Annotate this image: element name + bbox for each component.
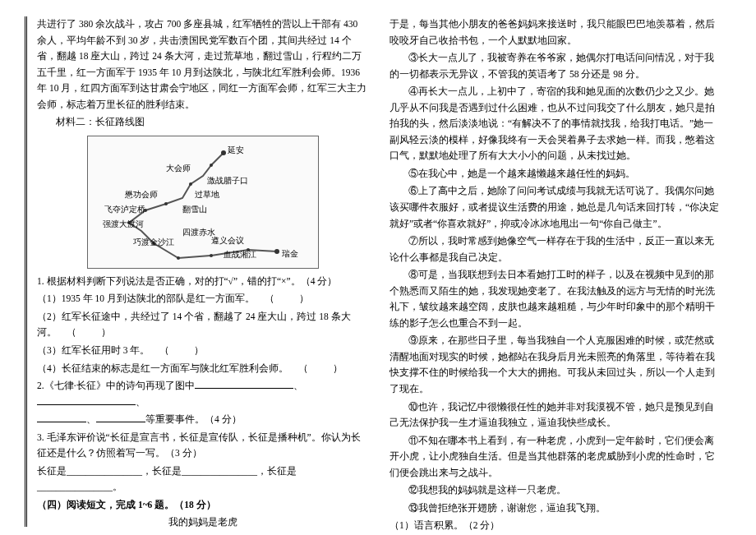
q1-opt1: （1）1935 年 10 月到达陕北的部队是红一方面军。 （） [37,291,369,307]
svg-point-0 [274,249,279,254]
map-label-daduhe: 强渡大渡河 [103,217,144,231]
map-label-chishui: 四渡赤水 [182,225,215,239]
q1-opt3: （3）红军长征用时 3 年。 （） [37,343,369,359]
essay-p8: ⑧可是，当我联想到去日本看她打工时的样子，以及在视频中见到的那个熟悉而又陌生的她… [390,267,721,331]
q1-opt4: （4）长征结束的标志是红一方面军与陕北红军胜利会师。 （） [37,361,369,377]
essay-p13: ⑬我曾拒绝张开翅膀，谢谢您，逼迫我飞翔。 [390,500,721,517]
essay-p10: ⑩也许，我记忆中很懒很任性的她并非对我漠视不管，她只是预见到自己无法保护我一生才… [390,399,721,431]
essay-p4: ④再长大一点儿，上初中了，寄宿的我和她见面的次数仍少之又少。她几乎从不问我是否遇… [390,84,721,164]
q2-line: 2.《七律·长征》中的诗句再现了图中、、 [37,378,369,410]
essay-p12: ⑫我想我的妈妈就是这样一只老虎。 [390,482,721,499]
svg-point-1 [221,150,226,155]
essay-p11: ⑪不知在哪本书上看到，有一种老虎，小虎到一定年龄时，它们便会离开小虎，让小虎独自… [390,433,721,482]
svg-point-4 [164,202,168,205]
q3-stem: 3. 毛泽东评价说“长征是宣言书，长征是宣传队，长征是播种机”。你认为长征还是什… [37,430,369,462]
map-label-dahui: 大会师 [166,161,191,175]
svg-point-9 [210,254,213,257]
q2-line2: 、等重要事件。（4 分） [37,412,369,428]
essay-p2b: 于是，每当其他小朋友的爸爸妈妈来接送时，我只能眼巴巴地羡慕着，然后咬咬牙自己收拾… [390,16,721,48]
right-column: 于是，每当其他小朋友的爸爸妈妈来接送时，我只能眼巴巴地羡慕着，然后咬咬牙自己收拾… [380,16,731,527]
rq1-stem: （1）语言积累。（2 分） [390,518,721,534]
map-label-xueshan: 翻雪山 [182,202,207,216]
map-label-guocaodi: 过草地 [195,187,219,201]
map-label-yanan: 延安 [228,143,244,157]
q3-blanks: 长征是________________，长征是________________，… [37,464,369,496]
essay-p6: ⑥上了高中之后，她除了问问考试成绩与我就无话可说了。我偶尔问她该买哪件衣服好，或… [390,183,721,232]
map-label-ruijin: 瑞金 [282,247,298,261]
essay-p7: ⑦所以，我时常感到她像空气一样存在于我的生活中，反正一直以来无论什么事都是我自己… [390,233,721,265]
svg-point-8 [177,256,180,260]
left-column: 共进行了 380 余次战斗，攻占 700 多座县城，红军牺牲的营以上干部有 43… [25,16,380,527]
svg-point-3 [189,182,192,186]
map-label-luding: 飞夺泸定桥 [104,202,145,216]
map-label-zunyi: 遵义会议 [211,233,244,247]
q1-stem: 1. 根据材料判断下列说法是否正确，对的打“√”，错的打“×”。（4 分） [37,274,369,290]
essay-title: 我的妈妈是老虎 [37,514,369,531]
essay-p9: ⑨原来，在那些日子里，每当我独自一个人克服困难的时候，或茫然或清醒地面对现实的时… [390,333,721,397]
essay-p5: ⑤在我心中，她是一个越来越懒越来越任性的妈妈。 [390,166,721,182]
intro-paragraph: 共进行了 380 余次战斗，攻占 700 多座县城，红军牺牲的营以上干部有 43… [37,16,369,113]
material2-label: 材料二：长征路线图 [37,114,369,131]
section4-heading: （四）阅读短文，完成 1~6 题。（18 分） [37,497,369,514]
q1-opt2: （2）红军长征途中，共经过了 14 个省，翻越了 24 座大山，跨过 18 条大… [37,309,369,341]
map-label-lazi: 激战腊子口 [207,173,248,187]
map-label-maoer: 懋功会师 [125,187,158,201]
map-label-jinshajiang: 巧渡金沙江 [133,235,174,249]
svg-point-2 [210,164,213,167]
map-label-bloodxiang: 血战湘江 [224,247,256,261]
long-march-map: 延安 大会师 激战腊子口 懋功会师 过草地 飞夺泸定桥 翻雪山 强渡大渡河 四渡… [87,136,319,269]
essay-p3: ③长大一点儿了，我被寄养在爷爷家，她偶尔打电话问问情况，对于我的一切都表示无异议… [390,50,721,82]
